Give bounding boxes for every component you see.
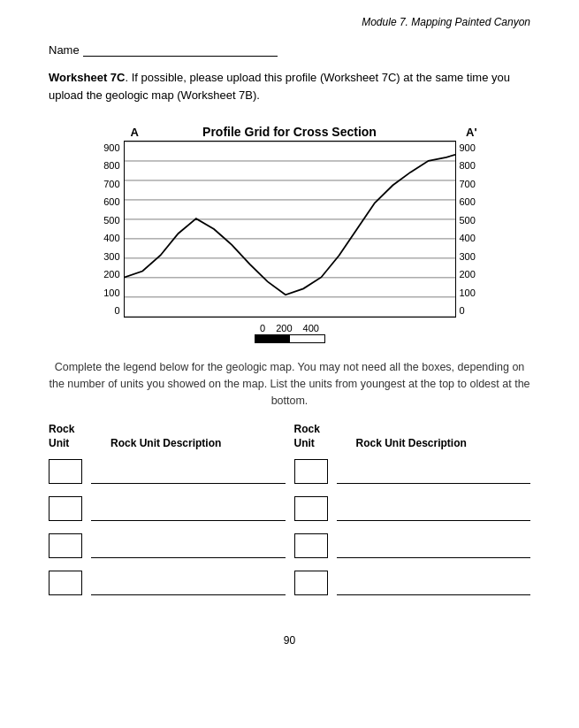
y-axis-left: 900 800 700 600 500 400 300 200 100 0 <box>95 141 124 318</box>
legend-box-3 <box>49 533 82 558</box>
legend-row-1 <box>49 459 286 484</box>
legend-row-8 <box>294 571 531 595</box>
legend-row-3 <box>49 533 286 558</box>
legend-line-4 <box>91 594 286 595</box>
legend-row-7 <box>294 533 531 558</box>
name-line: Name <box>49 42 530 57</box>
legend-desc-label: Rock Unit Description <box>110 437 221 449</box>
legend-line-1 <box>91 483 286 484</box>
legend-line-5 <box>337 483 531 484</box>
name-input-line <box>83 42 278 57</box>
legend-half-right: RockUnit Rock Unit Description <box>294 423 531 608</box>
legend-row-5 <box>294 459 531 484</box>
scale-bar-white <box>290 334 325 343</box>
legend-col-desc-label-left: Rock Unit Description <box>102 437 286 451</box>
module-title: Module 7. Mapping Painted Canyon <box>362 16 530 28</box>
chart-svg <box>124 141 456 318</box>
legend-row-6 <box>294 496 531 521</box>
legend-box-4 <box>49 571 82 595</box>
legend-table: RockUnit Rock Unit Description <box>49 423 530 608</box>
legend-description: Complete the legend below for the geolog… <box>49 359 530 409</box>
chart-label-aprime: A' <box>466 126 476 139</box>
legend-row-4 <box>49 571 286 595</box>
legend-box-5 <box>294 459 328 484</box>
legend-line-3 <box>91 557 286 558</box>
page: Module 7. Mapping Painted Canyon Name Wo… <box>0 0 579 728</box>
legend-half-left: RockUnit Rock Unit Description <box>49 423 286 608</box>
chart-title: Profile Grid for Cross Section <box>202 125 377 139</box>
legend-box-7 <box>294 533 328 558</box>
legend-box-6 <box>294 496 328 521</box>
worksheet-description: Worksheet 7C. If possible, please upload… <box>49 69 530 103</box>
legend-line-7 <box>337 557 531 558</box>
page-number: 90 <box>49 634 530 647</box>
legend-row-2 <box>49 496 286 521</box>
worksheet-label: Worksheet 7C <box>49 71 125 84</box>
chart-label-a: A <box>131 126 139 139</box>
module-header: Module 7. Mapping Painted Canyon <box>49 16 530 28</box>
scale-bar-row: 0 200 400 <box>255 323 325 343</box>
legend-desc-label-right: Rock Unit Description <box>356 437 467 449</box>
scale-bar: 0 200 400 <box>255 323 325 343</box>
legend-col-unit-label-right: RockUnit <box>294 423 347 450</box>
legend-line-2 <box>91 520 286 521</box>
legend-box-8 <box>294 571 328 595</box>
y-axis-right: 900 800 700 600 500 400 300 200 100 0 <box>456 141 484 318</box>
legend-box-2 <box>49 496 82 521</box>
scale-bar-numbers: 0 200 400 <box>260 323 319 333</box>
name-label: Name <box>49 43 80 57</box>
legend-box-1 <box>49 459 82 484</box>
legend-header-right: RockUnit Rock Unit Description <box>294 423 531 450</box>
legend-line-8 <box>337 594 531 595</box>
scale-bar-visual <box>255 334 325 343</box>
chart-container: A Profile Grid for Cross Section A' 900 … <box>49 119 530 343</box>
legend-col-desc-label-right: Rock Unit Description <box>347 437 531 451</box>
scale-bar-black <box>255 334 290 343</box>
legend-line-6 <box>337 520 531 521</box>
legend-col-unit-label-left: RockUnit <box>49 423 102 450</box>
legend-header-left: RockUnit Rock Unit Description <box>49 423 286 450</box>
